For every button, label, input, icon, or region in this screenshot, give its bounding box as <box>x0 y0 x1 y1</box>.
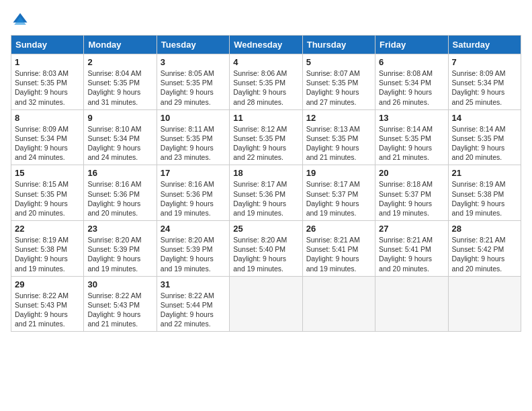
weekday-header-saturday: Saturday <box>448 36 521 54</box>
calendar-cell: 31Sunrise: 8:22 AMSunset: 5:44 PMDayligh… <box>157 276 229 332</box>
day-info: Sunrise: 8:05 AMSunset: 5:35 PMDaylight:… <box>161 68 226 107</box>
calendar-cell: 4Sunrise: 8:06 AMSunset: 5:35 PMDaylight… <box>230 54 302 110</box>
calendar-cell <box>448 276 521 332</box>
calendar-cell: 28Sunrise: 8:21 AMSunset: 5:42 PMDayligh… <box>448 221 521 277</box>
day-info: Sunrise: 8:19 AMSunset: 5:38 PMDaylight:… <box>15 235 80 273</box>
weekday-header-monday: Monday <box>84 36 157 54</box>
calendar-cell <box>302 276 375 332</box>
calendar-cell: 8Sunrise: 8:09 AMSunset: 5:34 PMDaylight… <box>11 109 84 165</box>
calendar-cell <box>230 276 302 332</box>
day-info: Sunrise: 8:20 AMSunset: 5:40 PMDaylight:… <box>233 235 298 273</box>
day-number: 30 <box>87 279 152 289</box>
day-number: 8 <box>15 113 80 123</box>
calendar-cell: 29Sunrise: 8:22 AMSunset: 5:43 PMDayligh… <box>11 276 84 332</box>
day-info: Sunrise: 8:16 AMSunset: 5:36 PMDaylight:… <box>87 179 152 218</box>
day-info: Sunrise: 8:20 AMSunset: 5:39 PMDaylight:… <box>161 235 226 273</box>
day-number: 31 <box>161 279 226 289</box>
day-info: Sunrise: 8:14 AMSunset: 5:35 PMDaylight:… <box>379 124 444 163</box>
calendar-cell: 9Sunrise: 8:10 AMSunset: 5:34 PMDaylight… <box>84 109 157 165</box>
calendar-cell: 7Sunrise: 8:09 AMSunset: 5:34 PMDaylight… <box>448 54 521 110</box>
day-number: 12 <box>306 113 371 123</box>
day-number: 6 <box>379 57 444 67</box>
day-number: 9 <box>87 113 152 123</box>
calendar-cell: 10Sunrise: 8:11 AMSunset: 5:35 PMDayligh… <box>157 109 229 165</box>
day-info: Sunrise: 8:12 AMSunset: 5:35 PMDaylight:… <box>233 124 298 163</box>
day-info: Sunrise: 8:11 AMSunset: 5:35 PMDaylight:… <box>161 124 226 163</box>
day-info: Sunrise: 8:09 AMSunset: 5:34 PMDaylight:… <box>15 124 80 163</box>
day-number: 27 <box>379 224 444 234</box>
calendar-cell: 24Sunrise: 8:20 AMSunset: 5:39 PMDayligh… <box>157 221 229 277</box>
calendar-cell: 2Sunrise: 8:04 AMSunset: 5:35 PMDaylight… <box>84 54 157 110</box>
day-number: 3 <box>161 57 226 67</box>
calendar-cell: 20Sunrise: 8:18 AMSunset: 5:37 PMDayligh… <box>375 165 448 221</box>
calendar-cell: 14Sunrise: 8:14 AMSunset: 5:35 PMDayligh… <box>448 109 521 165</box>
day-info: Sunrise: 8:06 AMSunset: 5:35 PMDaylight:… <box>233 68 298 107</box>
calendar-cell: 21Sunrise: 8:19 AMSunset: 5:38 PMDayligh… <box>448 165 521 221</box>
day-number: 7 <box>452 57 517 67</box>
calendar-cell: 16Sunrise: 8:16 AMSunset: 5:36 PMDayligh… <box>84 165 157 221</box>
day-number: 15 <box>15 168 80 178</box>
day-number: 28 <box>452 224 517 234</box>
day-info: Sunrise: 8:19 AMSunset: 5:38 PMDaylight:… <box>452 179 517 218</box>
day-info: Sunrise: 8:13 AMSunset: 5:35 PMDaylight:… <box>306 124 371 163</box>
day-number: 2 <box>87 57 152 67</box>
day-number: 20 <box>379 168 444 178</box>
weekday-header-tuesday: Tuesday <box>157 36 229 54</box>
day-number: 19 <box>306 168 371 178</box>
page-header <box>11 11 521 30</box>
day-number: 5 <box>306 57 371 67</box>
weekday-header-sunday: Sunday <box>11 36 84 54</box>
day-number: 11 <box>233 113 298 123</box>
day-info: Sunrise: 8:04 AMSunset: 5:35 PMDaylight:… <box>87 68 152 107</box>
day-info: Sunrise: 8:15 AMSunset: 5:35 PMDaylight:… <box>15 179 80 218</box>
calendar-cell: 3Sunrise: 8:05 AMSunset: 5:35 PMDaylight… <box>157 54 229 110</box>
logo-icon <box>11 11 30 30</box>
day-info: Sunrise: 8:14 AMSunset: 5:35 PMDaylight:… <box>452 124 517 163</box>
day-number: 10 <box>161 113 226 123</box>
day-info: Sunrise: 8:03 AMSunset: 5:35 PMDaylight:… <box>15 68 80 107</box>
day-info: Sunrise: 8:21 AMSunset: 5:42 PMDaylight:… <box>452 235 517 273</box>
calendar-cell: 30Sunrise: 8:22 AMSunset: 5:43 PMDayligh… <box>84 276 157 332</box>
day-info: Sunrise: 8:22 AMSunset: 5:43 PMDaylight:… <box>15 291 80 329</box>
weekday-header-friday: Friday <box>375 36 448 54</box>
day-info: Sunrise: 8:18 AMSunset: 5:37 PMDaylight:… <box>379 179 444 218</box>
calendar-cell: 22Sunrise: 8:19 AMSunset: 5:38 PMDayligh… <box>11 221 84 277</box>
calendar-cell: 19Sunrise: 8:17 AMSunset: 5:37 PMDayligh… <box>302 165 375 221</box>
day-info: Sunrise: 8:16 AMSunset: 5:36 PMDaylight:… <box>161 179 226 218</box>
weekday-header-wednesday: Wednesday <box>230 36 302 54</box>
day-number: 4 <box>233 57 298 67</box>
calendar-cell: 1Sunrise: 8:03 AMSunset: 5:35 PMDaylight… <box>11 54 84 110</box>
day-info: Sunrise: 8:20 AMSunset: 5:39 PMDaylight:… <box>87 235 152 273</box>
day-info: Sunrise: 8:22 AMSunset: 5:43 PMDaylight:… <box>87 291 152 329</box>
day-number: 13 <box>379 113 444 123</box>
calendar-cell: 6Sunrise: 8:08 AMSunset: 5:34 PMDaylight… <box>375 54 448 110</box>
day-number: 26 <box>306 224 371 234</box>
calendar-cell: 27Sunrise: 8:21 AMSunset: 5:41 PMDayligh… <box>375 221 448 277</box>
day-number: 17 <box>161 168 226 178</box>
calendar-cell: 23Sunrise: 8:20 AMSunset: 5:39 PMDayligh… <box>84 221 157 277</box>
day-info: Sunrise: 8:17 AMSunset: 5:37 PMDaylight:… <box>306 179 371 218</box>
calendar-cell: 12Sunrise: 8:13 AMSunset: 5:35 PMDayligh… <box>302 109 375 165</box>
day-info: Sunrise: 8:10 AMSunset: 5:34 PMDaylight:… <box>87 124 152 163</box>
calendar-cell: 13Sunrise: 8:14 AMSunset: 5:35 PMDayligh… <box>375 109 448 165</box>
day-number: 23 <box>87 224 152 234</box>
calendar-cell: 11Sunrise: 8:12 AMSunset: 5:35 PMDayligh… <box>230 109 302 165</box>
calendar-table: SundayMondayTuesdayWednesdayThursdayFrid… <box>11 35 521 332</box>
logo <box>11 11 32 30</box>
day-number: 21 <box>452 168 517 178</box>
day-info: Sunrise: 8:21 AMSunset: 5:41 PMDaylight:… <box>379 235 444 273</box>
weekday-header-thursday: Thursday <box>302 36 375 54</box>
calendar-cell: 25Sunrise: 8:20 AMSunset: 5:40 PMDayligh… <box>230 221 302 277</box>
day-number: 25 <box>233 224 298 234</box>
day-number: 29 <box>15 279 80 289</box>
calendar-cell: 17Sunrise: 8:16 AMSunset: 5:36 PMDayligh… <box>157 165 229 221</box>
calendar-cell: 18Sunrise: 8:17 AMSunset: 5:36 PMDayligh… <box>230 165 302 221</box>
day-info: Sunrise: 8:22 AMSunset: 5:44 PMDaylight:… <box>161 291 226 329</box>
day-info: Sunrise: 8:08 AMSunset: 5:34 PMDaylight:… <box>379 68 444 107</box>
day-number: 14 <box>452 113 517 123</box>
day-number: 16 <box>87 168 152 178</box>
day-info: Sunrise: 8:09 AMSunset: 5:34 PMDaylight:… <box>452 68 517 107</box>
calendar-cell: 26Sunrise: 8:21 AMSunset: 5:41 PMDayligh… <box>302 221 375 277</box>
calendar-cell <box>375 276 448 332</box>
day-info: Sunrise: 8:21 AMSunset: 5:41 PMDaylight:… <box>306 235 371 273</box>
